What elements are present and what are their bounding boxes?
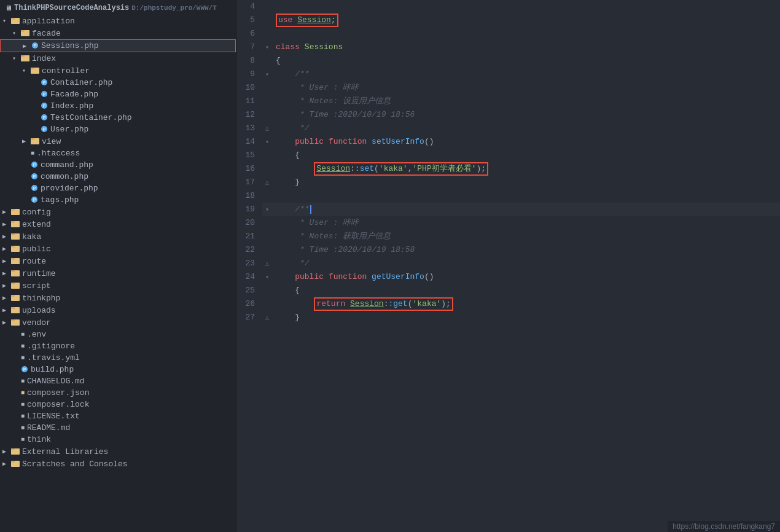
fold-gutter[interactable] [262, 162, 272, 176]
tree-item-Index.php[interactable]: PIndex.php [0, 100, 236, 112]
fold-gutter[interactable] [262, 27, 272, 41]
tree-item-label: route [22, 257, 46, 266]
line-number: 15 [236, 149, 262, 162]
tree-item-index[interactable]: ▾index [0, 52, 236, 65]
tree-item-.gitignore[interactable]: ■.gitignore [0, 340, 236, 352]
tree-item-label: CHANGELOG.md [27, 377, 85, 386]
tree-item-view[interactable]: ▶view [0, 135, 236, 147]
fold-gutter[interactable]: △ [262, 176, 272, 189]
fold-gutter[interactable] [262, 95, 272, 108]
tree-item-composer.json[interactable]: ■composer.json [0, 387, 236, 399]
code-line-25: 25 { [236, 284, 780, 297]
tree-arrow: ▾ [22, 67, 31, 74]
fold-gutter[interactable]: △ [262, 257, 272, 270]
code-line-5: 5use Session; [236, 14, 780, 27]
code-content: public function setUserInfo() [272, 135, 780, 149]
fold-gutter[interactable] [262, 189, 272, 203]
tree-item-External Libraries[interactable]: ▶External Libraries [0, 445, 236, 458]
tree-item-CHANGELOG.md[interactable]: ■CHANGELOG.md [0, 375, 236, 387]
tree-item-route[interactable]: ▶route [0, 255, 236, 267]
tree-item-.env[interactable]: ■.env [0, 329, 236, 340]
fold-gutter[interactable]: ▾ [262, 41, 272, 54]
tree-item-extend[interactable]: ▶extend [0, 218, 236, 230]
tree-item-Container.php[interactable]: PContainer.php [0, 77, 236, 88]
code-content: } [272, 311, 780, 324]
fold-gutter[interactable] [262, 284, 272, 297]
tree-item-build.php[interactable]: Pbuild.php [0, 364, 236, 375]
php-icon: P [41, 113, 48, 122]
tree-item-label: .env [27, 330, 46, 339]
tree-item-Sessions.php[interactable]: ▶PSessions.php [0, 39, 236, 52]
fold-gutter[interactable]: ▾ [262, 203, 272, 216]
tree-item-thinkphp[interactable]: ▶thinkphp [0, 292, 236, 304]
fold-gutter[interactable] [262, 216, 272, 230]
svg-text:P: P [33, 163, 36, 167]
line-number: 16 [236, 162, 262, 176]
code-content [272, 189, 780, 203]
svg-rect-43 [11, 283, 15, 284]
fold-gutter[interactable] [262, 0, 272, 14]
fold-gutter[interactable]: ▾ [262, 270, 272, 284]
tree-item-.htaccess[interactable]: ■.htaccess [0, 147, 236, 159]
tree-item-command.php[interactable]: Pcommand.php [0, 159, 236, 171]
tree-item-label: uploads [22, 306, 56, 315]
tree-item-vendor[interactable]: ▶vendor [0, 316, 236, 329]
fold-gutter[interactable] [262, 81, 272, 95]
fold-gutter[interactable] [262, 230, 272, 243]
file-tree[interactable]: 🖥 ThinkPHPSourceCodeAnalysis D:/phpstudy… [0, 0, 236, 532]
tree-item-script[interactable]: ▶script [0, 280, 236, 292]
code-line-22: 22 * Time :2020/10/19 18:58 [236, 243, 780, 257]
tree-item-uploads[interactable]: ▶uploads [0, 304, 236, 316]
tree-item-provider.php[interactable]: Pprovider.php [0, 182, 236, 194]
svg-text:P: P [23, 367, 26, 372]
svg-text:P: P [33, 198, 36, 202]
dot-icon: ■ [31, 150, 34, 157]
tree-item-TestContainer.php[interactable]: PTestContainer.php [0, 112, 236, 123]
tree-item-public[interactable]: ▶public [0, 243, 236, 255]
tree-item-label: provider.php [41, 184, 98, 193]
tree-item-Facade.php[interactable]: PFacade.php [0, 88, 236, 100]
svg-text:P: P [43, 115, 46, 120]
tree-item-think[interactable]: ■think [0, 434, 236, 445]
tree-item-config[interactable]: ▶config [0, 206, 236, 218]
line-number: 27 [236, 311, 262, 324]
fold-gutter[interactable] [262, 14, 272, 27]
line-number: 13 [236, 122, 262, 135]
php-icon: P [21, 365, 28, 374]
fold-gutter[interactable] [262, 243, 272, 257]
fold-gutter[interactable]: △ [262, 122, 272, 135]
tree-item-label: application [22, 17, 75, 26]
tree-item-.travis.yml[interactable]: ■.travis.yml [0, 352, 236, 364]
tree-item-README.md[interactable]: ■README.md [0, 422, 236, 434]
fold-gutter[interactable] [262, 108, 272, 122]
tree-item-label: composer.lock [27, 400, 89, 409]
svg-text:P: P [43, 104, 46, 108]
tree-arrow: ▾ [12, 29, 21, 37]
tree-item-common.php[interactable]: Pcommon.php [0, 171, 236, 182]
fold-gutter[interactable] [262, 54, 272, 68]
code-line-9: 9▾ /** [236, 68, 780, 81]
svg-rect-9 [31, 68, 34, 69]
tree-item-application[interactable]: ▾application [0, 15, 236, 27]
tree-item-label: facade [32, 29, 61, 38]
fold-gutter[interactable]: ▾ [262, 135, 272, 149]
tree-item-facade[interactable]: ▾facade [0, 27, 236, 39]
fold-gutter[interactable]: △ [262, 311, 272, 324]
tree-item-LICENSE.txt[interactable]: ■LICENSE.txt [0, 410, 236, 422]
tree-item-label: Facade.php [50, 90, 98, 99]
folder-icon [21, 28, 29, 38]
line-number: 20 [236, 216, 262, 230]
tree-item-kaka[interactable]: ▶kaka [0, 230, 236, 243]
line-number: 6 [236, 27, 262, 41]
fold-gutter[interactable] [262, 297, 272, 311]
tree-item-tags.php[interactable]: Ptags.php [0, 194, 236, 206]
tree-item-runtime[interactable]: ▶runtime [0, 267, 236, 280]
tree-item-Scratches and Consoles[interactable]: ▶Scratches and Consoles [0, 458, 236, 470]
fold-gutter[interactable] [262, 149, 272, 162]
tree-item-controller[interactable]: ▾controller [0, 65, 236, 77]
tree-item-composer.lock[interactable]: ■composer.lock [0, 399, 236, 410]
tree-item-User.php[interactable]: PUser.php [0, 123, 236, 135]
code-content: * Time :2020/10/19 18:56 [272, 108, 780, 122]
fold-gutter[interactable]: ▾ [262, 68, 272, 81]
code-editor[interactable]: 45use Session;67▾class Sessions8{9▾ /**1… [236, 0, 780, 532]
